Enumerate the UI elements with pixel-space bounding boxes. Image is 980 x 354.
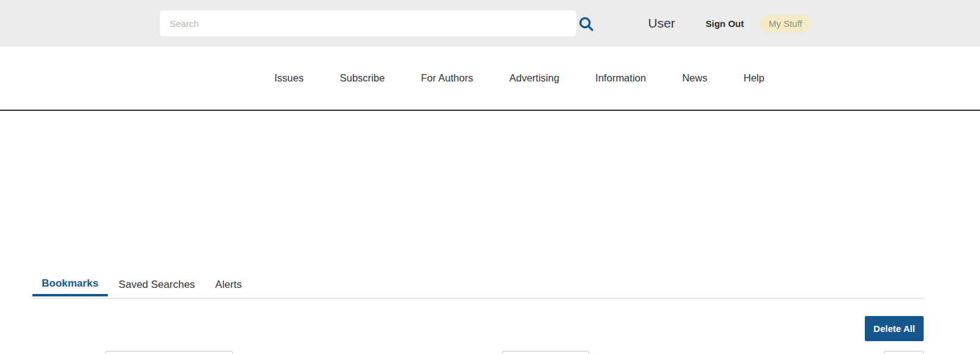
tab-bookmarks[interactable]: Bookmarks xyxy=(32,273,108,296)
nav-items: Issues Subscribe For Authors Advertising… xyxy=(274,47,764,110)
search-icon xyxy=(577,15,595,33)
tab-alerts[interactable]: Alerts xyxy=(206,273,251,296)
nav-item-advertising[interactable]: Advertising xyxy=(509,72,559,84)
nav-item-issues[interactable]: Issues xyxy=(274,72,304,84)
my-stuff-link[interactable]: My Stuff xyxy=(761,15,810,32)
nav-item-help[interactable]: Help xyxy=(744,72,764,84)
tabs-underline-track xyxy=(32,298,925,299)
search-button[interactable] xyxy=(575,12,598,36)
nav-item-information[interactable]: Information xyxy=(595,72,646,84)
main-content: Bookmarks Saved Searches Alerts Delete A… xyxy=(0,111,980,354)
tab-saved-searches[interactable]: Saved Searches xyxy=(110,273,205,296)
page-size-select[interactable]: 10 xyxy=(884,351,924,354)
filter-by-tag-select[interactable]: All items xyxy=(105,351,233,354)
top-bar: User Sign Out My Stuff xyxy=(0,0,980,47)
delete-all-button[interactable]: Delete All xyxy=(865,316,924,341)
main-nav: Issues Subscribe For Authors Advertising… xyxy=(0,47,980,111)
sort-by-select[interactable]: titleAsc xyxy=(502,351,589,354)
user-name: User xyxy=(648,0,675,47)
tabs: Bookmarks Saved Searches Alerts xyxy=(32,273,251,296)
sign-out-link[interactable]: Sign Out xyxy=(706,0,744,47)
nav-item-subscribe[interactable]: Subscribe xyxy=(340,72,385,84)
search-input[interactable] xyxy=(160,10,576,36)
nav-item-news[interactable]: News xyxy=(682,72,707,84)
nav-item-for-authors[interactable]: For Authors xyxy=(421,72,473,84)
